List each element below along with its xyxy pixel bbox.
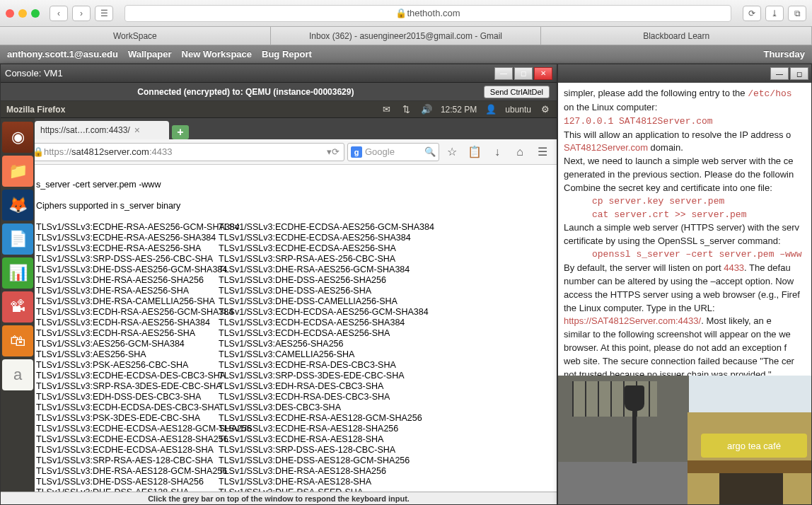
ff-url-bar[interactable]: 🔒 https://sat4812server.com:4433 ▾ ⟳ [28,143,344,161]
workspace-user[interactable]: anthony.scott.1@asu.edu [7,49,118,59]
close-button[interactable]: ✕ [534,67,552,80]
cipher-cell: TLSv1/SSLv3:ECDH-ECDSA-DES-CBC3-SHA [36,402,219,413]
ff-search-box[interactable]: g Google 🔍 [347,143,439,161]
vm-titlebar[interactable]: Console: VM1 — ◻ ✕ [1,64,557,83]
cipher-cell: TLSv1/SSLv3:DHE-DSS-AES256-SHA256 [219,275,401,286]
url-link: https://SAT4812Server.com:4433/ [564,315,701,326]
cipher-cell: TLSv1/SSLv3:ECDHE-RSA-AES256-GCM-SHA384 [36,222,219,233]
download-button[interactable]: ⤓ [765,6,784,21]
vm-status-bar: Connected (encrypted) to: QEMU (instance… [1,83,557,101]
close-dot[interactable] [6,9,14,18]
cipher-cell: TLSv1/SSLv3:DHE-RSA-AES256-SHA [36,286,219,296]
software-icon[interactable]: 🛍 [2,325,33,356]
traffic-lights [6,9,40,18]
tabs-button[interactable]: ⧉ [788,6,806,21]
new-tab-button[interactable]: + [172,125,189,139]
sound-icon[interactable]: 🔊 [421,104,432,115]
cipher-cell: TLSv1/SSLv3:SRP-DSS-3DES-EDE-CBC-SHA [219,371,401,381]
lock-icon: 🔒 [395,8,407,18]
help-bar: Click the grey bar on top of the window … [1,492,557,504]
cipher-cell: TLSv1/SSLv3:DHE-DSS-CAMELLIA256-SHA [219,296,401,307]
vm-console-window: Console: VM1 — ◻ ✕ Connected (encrypted)… [0,64,557,505]
clock[interactable]: 12:52 PM [441,105,477,115]
cipher-row: TLSv1/SSLv3:ECDHE-RSA-AES256-GCM-SHA384T… [36,222,555,233]
workspace-link-0[interactable]: Wallpaper [128,49,172,59]
bookmark-icon[interactable]: ☆ [442,142,462,162]
cipher-cell: TLSv1/SSLv3:ECDHE-RSA-AES128-SHA [219,434,401,445]
cipher-cell: TLSv1/SSLv3:ECDH-RSA-AES256-SHA [36,328,219,339]
vm-status-text: Connected (encrypted) to: QEMU (instance… [137,87,354,97]
cmd-line: s_server -cert server.pem -www [36,180,555,190]
forward-button[interactable]: › [72,6,91,21]
zoom-dot[interactable] [31,9,40,18]
maximize-button[interactable]: ◻ [514,67,533,80]
minimize-button[interactable]: — [494,67,513,80]
home-icon[interactable]: ⌂ [510,142,530,162]
gear-icon[interactable]: ⚙ [540,104,551,115]
cipher-cell: TLSv1/SSLv3:EDH-DSS-DES-CBC3-SHA [36,392,219,402]
mac-toolbar: ‹ › ☰ 🔒 thethoth.com ⟳ ⤓ ⧉ [0,0,812,27]
dropdown-icon[interactable]: ▾ [327,146,332,157]
firefox-tab-0[interactable]: https://sat…r.com:4433/ × [35,121,169,139]
cipher-row: TLSv1/SSLv3:AES256-GCM-SHA384TLSv1/SSLv3… [36,339,555,349]
cipher-row: TLSv1/SSLv3:ECDHE-ECDSA-AES128-GCM-SHA25… [36,424,555,434]
cipher-row: TLSv1/SSLv3:SRP-DSS-AES-256-CBC-SHATLSv1… [36,254,555,265]
ubuntu-menubar: Mozilla Firefox ✉ ⇅ 🔊 12:52 PM 👤 ubuntu … [1,101,557,118]
cipher-cell: TLSv1/SSLv3:ECDHE-ECDSA-AES128-GCM-SHA25… [36,424,219,434]
cipher-row: TLSv1/SSLv3:PSK-3DES-EDE-CBC-SHATLSv1/SS… [36,413,555,424]
amazon-icon[interactable]: a [2,359,33,390]
cipher-cell: TLSv1/SSLv3:ECDHE-ECDSA-AES256-GCM-SHA38… [219,222,401,233]
writer-icon[interactable]: 📄 [2,224,33,255]
files-icon[interactable]: 📁 [2,156,33,187]
username[interactable]: ubuntu [505,105,531,115]
firefox-icon[interactable]: 🦊 [2,190,33,221]
store-sign: argo tea café [701,434,807,458]
send-ctrlaltdel-button[interactable]: Send CtrlAltDel [484,86,550,98]
user-icon: 👤 [485,104,497,115]
back-button[interactable]: ‹ [50,6,68,21]
workspace-link-2[interactable]: Bug Report [262,49,312,59]
cipher-cell: TLSv1/SSLv3:ECDHE-RSA-DES-CBC3-SHA [219,360,401,371]
search-icon[interactable]: 🔍 [424,146,436,157]
cipher-row: TLSv1/SSLv3:ECDHE-RSA-AES256-SHATLSv1/SS… [36,243,555,254]
cipher-cell: TLSv1/SSLv3:ECDH-ECDSA-AES256-SHA [219,328,401,339]
downloads-icon[interactable]: ↓ [487,142,507,162]
doc-minimize-button[interactable]: — [770,67,789,80]
tab-close-icon[interactable]: × [134,124,140,136]
mail-icon[interactable]: ✉ [381,104,393,115]
mac-tab-2[interactable]: Blackboard Learn [541,27,812,45]
reload-button[interactable]: ⟳ [743,6,761,21]
cipher-cell: TLSv1/SSLv3:DHE-RSA-AES128-SHA [219,477,401,487]
workspace-link-1[interactable]: New Workspace [182,49,252,59]
doc-maximize-button[interactable]: ◻ [790,67,808,80]
cipher-cell: TLSv1/SSLv3:ECDH-RSA-DES-CBC3-SHA [219,392,401,402]
minimize-dot[interactable] [18,9,27,18]
cipher-cell: TLSv1/SSLv3:ECDHE-ECDSA-AES256-SHA384 [219,233,401,243]
sidebar-button[interactable]: ☰ [95,6,113,21]
calc-icon[interactable]: 📊 [2,257,33,289]
mac-tab-1[interactable]: Inbox (362) - asuengineer2015@gmail.com … [271,27,542,45]
cipher-row: TLSv1/SSLv3:ECDHE-ECDSA-DES-CBC3-SHATLSv… [36,371,555,381]
cipher-cell: TLSv1/SSLv3:EDH-RSA-DES-CBC3-SHA [219,381,401,392]
cat-cmd: cat server.crt >> server.pem [592,209,806,222]
vm-title-text: Console: VM1 [5,68,63,79]
mac-url-bar[interactable]: 🔒 thethoth.com [124,5,731,22]
url-port: :4433 [149,146,173,157]
cipher-list: TLSv1/SSLv3:ECDHE-RSA-AES256-GCM-SHA384T… [36,222,555,492]
cipher-cell: TLSv1/SSLv3:SRP-RSA-AES-128-CBC-SHA [36,455,219,466]
reload-icon[interactable]: ⟳ [332,146,340,157]
menu-icon[interactable]: ☰ [533,142,552,162]
network-icon[interactable]: ⇅ [401,104,412,115]
cipher-cell: TLSv1/SSLv3:DHE-DSS-AES128-SHA256 [36,477,219,487]
impress-icon[interactable]: 📽 [2,291,33,323]
cipher-cell: TLSv1/SSLv3:SRP-RSA-3DES-EDE-CBC-SHA [36,381,219,392]
url-proto: https:// [44,146,71,157]
library-icon[interactable]: 📋 [465,142,485,162]
doc-titlebar[interactable]: — ◻ [558,64,811,83]
cipher-cell: TLSv1/SSLv3:ECDHE-RSA-AES256-SHA384 [36,233,219,243]
openssl-cmd: openssl s_server –cert server.pem –www [592,248,806,262]
firefox-tab-bar: https://sat…r.com:4433/ × + [1,118,557,139]
dash-icon[interactable]: ◉ [2,122,33,153]
cipher-cell: TLSv1/SSLv3:ECDH-RSA-AES256-SHA384 [36,318,219,328]
mac-tab-0[interactable]: WorkSpace [0,27,271,45]
